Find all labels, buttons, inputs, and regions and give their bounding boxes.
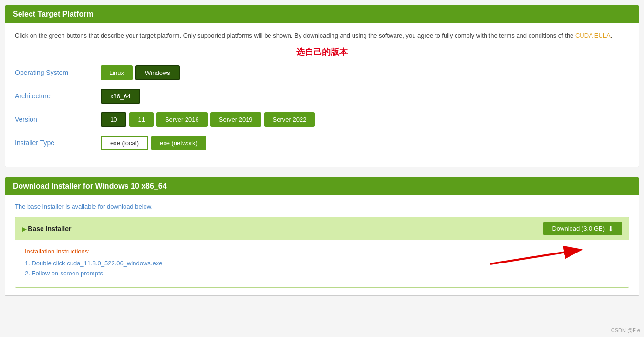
installer-box: Base Installer Download (3.0 GB) Install…	[15, 217, 629, 288]
installer-title: Base Installer	[22, 225, 71, 232]
download-body: The base installer is available for down…	[5, 195, 639, 295]
version-11-button[interactable]: 11	[129, 112, 153, 127]
platform-description: Click on the green buttons that describe…	[15, 31, 629, 41]
select-platform-panel: Select Target Platform Click on the gree…	[5, 5, 639, 167]
select-platform-title: Select Target Platform	[13, 10, 93, 18]
arch-buttons: x86_64	[101, 89, 140, 104]
arch-row: Architecture x86_64	[15, 89, 629, 104]
select-platform-body: Click on the green buttons that describe…	[5, 23, 639, 167]
version-label: Version	[15, 116, 101, 123]
version-server2016-button[interactable]: Server 2016	[156, 112, 208, 127]
version-server2022-button[interactable]: Server 2022	[264, 112, 315, 127]
os-buttons: Linux Windows	[101, 65, 180, 80]
arrow-container	[486, 245, 591, 284]
red-arrow-icon	[486, 245, 591, 283]
installer-box-header: Base Installer Download (3.0 GB)	[15, 217, 629, 240]
os-row: Operating System Linux Windows	[15, 65, 629, 80]
download-header: Download Installer for Windows 10 x86_64	[5, 177, 639, 195]
installer-type-buttons: exe (local) exe (network)	[101, 136, 206, 150]
version-10-button[interactable]: 10	[101, 112, 126, 127]
chinese-label: 选自己的版本	[15, 46, 629, 58]
svg-line-1	[490, 250, 581, 264]
download-panel: Download Installer for Windows 10 x86_64…	[5, 177, 639, 296]
download-button[interactable]: Download (3.0 GB)	[543, 222, 622, 235]
installer-type-label: Installer Type	[15, 139, 101, 147]
download-title: Download Installer for Windows 10 x86_64	[13, 182, 167, 190]
os-windows-button[interactable]: Windows	[135, 65, 180, 80]
select-platform-header: Select Target Platform	[5, 5, 639, 23]
os-label: Operating System	[15, 69, 101, 76]
download-description: The base installer is available for down…	[15, 203, 629, 210]
version-row: Version 10 11 Server 2016 Server 2019 Se…	[15, 112, 629, 127]
installer-content: Installation Instructions: 1. Double cli…	[15, 240, 629, 287]
installer-exe-local-button[interactable]: exe (local)	[101, 136, 148, 150]
version-buttons: 10 11 Server 2016 Server 2019 Server 202…	[101, 112, 315, 127]
version-server2019-button[interactable]: Server 2019	[210, 112, 261, 127]
download-button-label: Download (3.0 GB)	[552, 225, 605, 232]
arch-x86-button[interactable]: x86_64	[101, 89, 140, 104]
os-linux-button[interactable]: Linux	[101, 65, 133, 80]
cuda-eula-link[interactable]: CUDA EULA	[575, 32, 611, 39]
installer-exe-network-button[interactable]: exe (network)	[151, 136, 206, 150]
arch-label: Architecture	[15, 92, 101, 100]
installer-type-row: Installer Type exe (local) exe (network)	[15, 136, 629, 150]
